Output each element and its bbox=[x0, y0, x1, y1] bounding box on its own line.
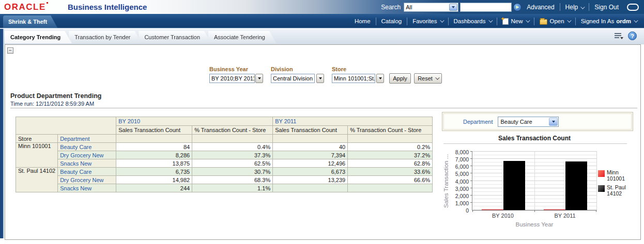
department-link[interactable]: Beauty Care bbox=[58, 168, 116, 176]
page-tab-strip: Category Trending Transaction by Tender … bbox=[0, 29, 644, 44]
x-tick-label: BY 2010 bbox=[482, 213, 524, 219]
value-cell: 68.3% bbox=[192, 176, 273, 184]
page-options-icon[interactable] bbox=[615, 32, 623, 39]
chevron-down-icon bbox=[435, 75, 439, 79]
page-toolbar: ? bbox=[615, 31, 637, 40]
value-cell: 6,735 bbox=[116, 168, 192, 176]
value-cell: 0.2% bbox=[348, 143, 433, 151]
chevron-down-icon[interactable] bbox=[449, 4, 457, 11]
help-icon[interactable]: ? bbox=[628, 31, 637, 40]
signed-in-as-menu[interactable]: Signed In Asordm bbox=[576, 18, 642, 24]
legend-item-st-paul-14102[interactable]: St. Paul 14102 bbox=[598, 184, 626, 197]
measure-header[interactable]: Sales Transaction Count bbox=[116, 126, 192, 135]
value-cell: 84 bbox=[116, 143, 192, 151]
year-header[interactable]: BY 2011 bbox=[273, 117, 433, 126]
legend-item-minn-101001[interactable]: Minn 101001 bbox=[598, 169, 626, 182]
value-cell: 33.6% bbox=[348, 168, 433, 176]
apply-button[interactable]: Apply bbox=[389, 73, 411, 84]
department-link[interactable]: Snacks New bbox=[58, 159, 116, 168]
nav-links: Home Catalog Favorites Dashboards ✦New O… bbox=[349, 14, 642, 28]
value-cell: 6,673 bbox=[273, 168, 348, 176]
store-dropdown-button[interactable] bbox=[376, 74, 384, 83]
table-row: Snacks New 13,875 62.5% 12,496 62.8% bbox=[16, 159, 433, 168]
corner-cell bbox=[16, 117, 116, 135]
chart-legend: Minn 101001St. Paul 14102 bbox=[598, 169, 626, 199]
y-tick-label: 0 bbox=[442, 207, 469, 214]
bar-minn-101001-by-2011[interactable] bbox=[544, 209, 565, 210]
store-field[interactable]: Minn 101001;St. bbox=[332, 74, 375, 83]
tab-transaction-by-tender[interactable]: Transaction by Tender bbox=[69, 31, 142, 43]
reset-button[interactable]: Reset bbox=[414, 73, 442, 84]
nav-favorites[interactable]: Favorites bbox=[407, 18, 448, 24]
x-axis-tick-labels: BY 2010BY 2011 bbox=[472, 213, 597, 219]
measure-header[interactable]: % Transaction Count - Store bbox=[192, 126, 273, 135]
dashboard-tab-shrink-and-theft[interactable]: Shrink & Theft bbox=[3, 15, 57, 28]
table-row: Dry Grocery New 8,286 37.3% 7,394 37.2% bbox=[16, 151, 433, 159]
measure-header[interactable]: % Transaction Count - Store bbox=[348, 126, 433, 135]
nav-open[interactable]: Open bbox=[534, 18, 575, 25]
x-axis-title: Business Year bbox=[472, 221, 597, 227]
nav-home[interactable]: Home bbox=[349, 18, 376, 24]
search-go-icon[interactable]: ▶ bbox=[513, 3, 522, 11]
department-select-value: Beauty Care bbox=[500, 119, 532, 125]
department-link[interactable]: Dry Grocery New bbox=[58, 151, 116, 159]
sales-transaction-chart: Sales Transaction Count Sales Transactio… bbox=[442, 132, 634, 235]
tab-customer-transaction[interactable]: Customer Transaction bbox=[139, 31, 211, 43]
value-cell: 66.6% bbox=[348, 176, 433, 184]
tab-category-trending[interactable]: Category Trending bbox=[5, 31, 72, 43]
value-cell bbox=[273, 184, 348, 192]
department-link[interactable]: Snacks New bbox=[58, 184, 116, 192]
division-dropdown-button[interactable] bbox=[316, 74, 324, 83]
bar-st-paul-14102-by-2010[interactable] bbox=[503, 161, 525, 210]
value-cell: 1.1% bbox=[192, 184, 273, 192]
chevron-down-icon[interactable] bbox=[549, 118, 558, 126]
division-field[interactable]: Central Division bbox=[271, 74, 315, 83]
department-select[interactable]: Beauty Care bbox=[498, 117, 559, 127]
y-tick-label: 8,000 bbox=[442, 149, 469, 155]
chevron-down-icon bbox=[526, 18, 530, 22]
department-link[interactable]: Dry Grocery New bbox=[58, 176, 116, 184]
value-cell: 7,394 bbox=[273, 151, 348, 159]
value-cell: 0.4% bbox=[192, 143, 273, 151]
collapse-section-button[interactable]: − bbox=[7, 47, 13, 54]
tab-associate-tendering[interactable]: Associate Tendering bbox=[208, 31, 277, 43]
new-document-icon: ✦ bbox=[502, 18, 509, 25]
department-link[interactable]: Beauty Care bbox=[58, 143, 116, 151]
store-label: Store bbox=[332, 66, 346, 72]
oracle-logo: ORACLE bbox=[4, 2, 48, 12]
pivot-table: BY 2010 BY 2011 Sales Transaction Count … bbox=[16, 117, 433, 192]
nav-catalog[interactable]: Catalog bbox=[376, 18, 407, 24]
value-cell: 8,286 bbox=[116, 151, 192, 159]
chevron-down-icon bbox=[634, 18, 638, 22]
store-cell: Minn 101001 bbox=[16, 143, 58, 168]
business-year-dropdown-button[interactable] bbox=[255, 74, 263, 83]
search-input[interactable] bbox=[460, 3, 512, 12]
value-cell: 37.3% bbox=[192, 151, 273, 159]
search-scope-select[interactable]: All bbox=[404, 3, 458, 12]
division-label: Division bbox=[271, 66, 293, 72]
nav-dashboards[interactable]: Dashboards bbox=[449, 18, 497, 24]
measure-header[interactable]: Sales Transaction Count bbox=[273, 126, 348, 135]
chart-plot bbox=[472, 151, 597, 210]
nav-new[interactable]: ✦New bbox=[497, 18, 534, 25]
row-header-store[interactable]: Store bbox=[16, 135, 58, 143]
advanced-link[interactable]: Advanced bbox=[522, 4, 559, 11]
y-tick-label: 4,000 bbox=[442, 178, 469, 185]
legend-swatch bbox=[598, 170, 605, 177]
value-cell: 62.5% bbox=[192, 159, 273, 168]
help-menu[interactable]: Help bbox=[560, 4, 589, 11]
value-cell: 244 bbox=[116, 184, 192, 192]
year-header[interactable]: BY 2010 bbox=[116, 117, 273, 126]
row-header-department[interactable]: Department bbox=[58, 135, 116, 143]
sign-out-link[interactable]: Sign Out bbox=[589, 4, 624, 11]
chevron-down-icon bbox=[580, 5, 585, 9]
bar-minn-101001-by-2010[interactable] bbox=[482, 209, 503, 210]
business-year-field[interactable]: BY 2010;BY 2011 bbox=[209, 74, 255, 83]
oracle-o-icon bbox=[627, 4, 639, 11]
value-cell bbox=[348, 184, 433, 192]
report-title: Product Department Trending bbox=[10, 92, 101, 100]
legend-label: Minn 101001 bbox=[607, 169, 625, 182]
business-year-label: Business Year bbox=[209, 66, 248, 72]
search-scope-value: All bbox=[406, 4, 412, 10]
bar-st-paul-14102-by-2011[interactable] bbox=[565, 161, 587, 210]
